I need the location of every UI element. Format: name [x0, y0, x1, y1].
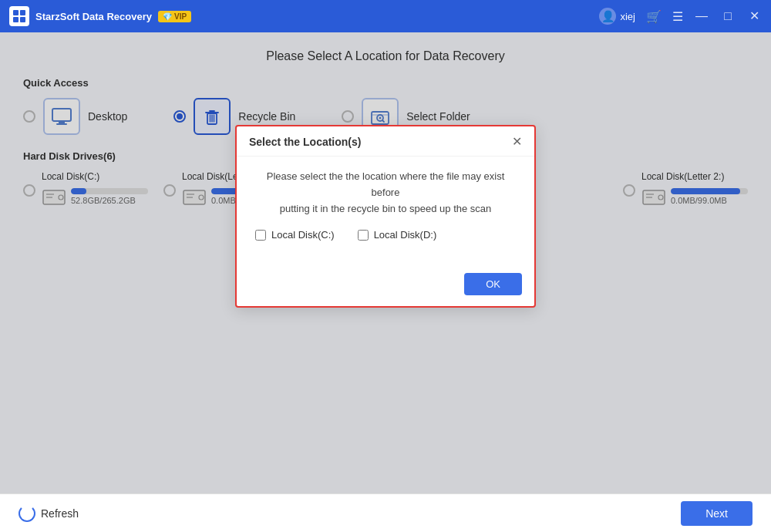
checkbox-local-d-label: Local Disk(D:): [374, 229, 437, 241]
modal-body: Please select the the location where the…: [237, 157, 534, 267]
app-name: StarzSoft Data Recovery: [35, 11, 152, 22]
checkbox-local-c-input[interactable]: [255, 230, 266, 241]
menu-icon[interactable]: ☰: [672, 9, 683, 24]
vip-badge: 💎 VIP: [158, 11, 191, 22]
svg-rect-1: [20, 10, 25, 15]
checkbox-local-d-input[interactable]: [358, 230, 369, 241]
modal-footer: OK: [237, 267, 534, 306]
modal-header: Select the Location(s) ✕: [237, 126, 534, 157]
modal-dialog: Select the Location(s) ✕ Please select t…: [235, 125, 536, 308]
user-area[interactable]: 👤 xiej: [599, 8, 635, 25]
svg-rect-3: [20, 17, 25, 22]
cart-icon[interactable]: 🛒: [646, 9, 662, 24]
bottom-bar: Refresh Next: [0, 493, 771, 532]
svg-rect-2: [13, 17, 19, 22]
minimize-button[interactable]: —: [694, 10, 709, 22]
modal-overlay: Select the Location(s) ✕ Please select t…: [0, 32, 771, 493]
maximize-button[interactable]: □: [720, 10, 736, 22]
refresh-icon: [19, 505, 35, 522]
checkbox-local-d[interactable]: Local Disk(D:): [358, 229, 437, 241]
title-bar: StarzSoft Data Recovery 💎 VIP 👤 xiej 🛒 ☰…: [0, 0, 771, 32]
title-controls: 👤 xiej 🛒 ☰ — □ ✕: [599, 8, 762, 25]
modal-close-button[interactable]: ✕: [512, 136, 522, 148]
checkbox-local-c-label: Local Disk(C:): [271, 229, 335, 241]
app-logo: [9, 6, 29, 26]
modal-description: Please select the the location where the…: [252, 169, 519, 217]
refresh-label: Refresh: [41, 507, 79, 520]
close-button[interactable]: ✕: [746, 10, 762, 22]
modal-title: Select the Location(s): [249, 136, 361, 148]
modal-checkboxes: Local Disk(C:) Local Disk(D:): [252, 229, 519, 241]
modal-ok-button[interactable]: OK: [464, 273, 522, 295]
user-icon: 👤: [599, 8, 616, 25]
svg-rect-0: [13, 10, 19, 15]
checkbox-local-c[interactable]: Local Disk(C:): [255, 229, 335, 241]
user-name: xiej: [620, 11, 635, 22]
next-button[interactable]: Next: [681, 501, 752, 526]
refresh-button[interactable]: Refresh: [19, 505, 79, 522]
